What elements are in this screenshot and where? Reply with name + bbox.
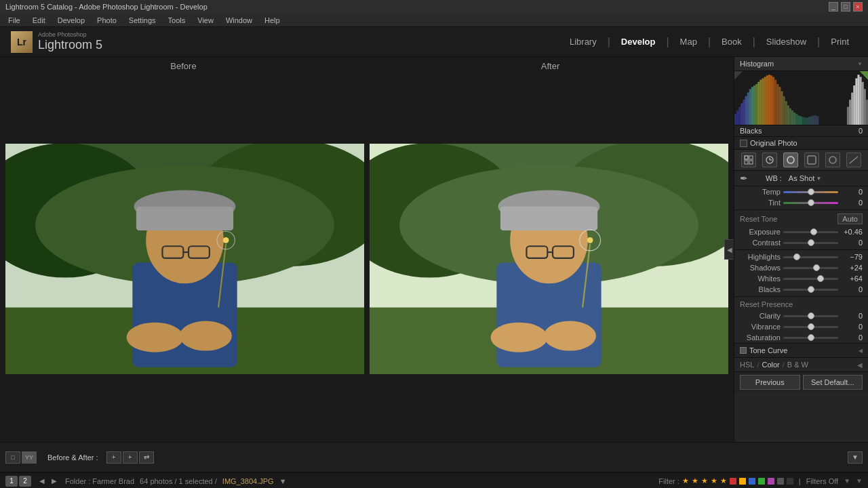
ba-add-button-1[interactable]: + — [106, 451, 121, 464]
titlebar: Lightroom 5 Catalog - Adobe Photoshop Li… — [0, 0, 868, 14]
tint-slider-thumb[interactable] — [808, 199, 814, 206]
svg-rect-64 — [785, 101, 787, 125]
nav-develop[interactable]: Develop — [613, 34, 664, 49]
filmstrip-prev-button[interactable]: ◀ — [37, 477, 47, 485]
menu-help[interactable]: Help — [259, 14, 285, 27]
star-2-icon[interactable]: ★ — [692, 476, 698, 485]
filter-options-icon[interactable]: ▼ — [844, 477, 850, 485]
contrast-slider-thumb[interactable] — [808, 239, 814, 246]
contrast-slider-track[interactable] — [783, 242, 838, 244]
filename[interactable]: IMG_3804.JPG — [222, 477, 274, 485]
blacks-slider-thumb[interactable] — [808, 286, 814, 293]
vibrance-slider-thumb[interactable] — [808, 323, 814, 330]
svg-rect-82 — [851, 93, 853, 125]
window-controls[interactable]: _ □ × — [829, 2, 863, 12]
tone-curve-collapse-btn[interactable] — [740, 347, 747, 354]
saturation-slider-track[interactable] — [783, 337, 838, 339]
single-view-button[interactable]: □ — [5, 451, 20, 464]
whites-slider-track[interactable] — [783, 278, 838, 280]
tone-tool-icon[interactable] — [783, 152, 798, 167]
menu-tools[interactable]: Tools — [163, 14, 191, 27]
tint-label: Tint — [740, 199, 781, 207]
wb-dropdown[interactable]: As Shot ▼ — [789, 174, 821, 182]
nav-slideshow[interactable]: Slideshow — [758, 34, 814, 49]
temp-slider-thumb[interactable] — [808, 188, 814, 195]
nav-print[interactable]: Print — [823, 34, 857, 49]
graduated-filter-icon[interactable] — [846, 152, 861, 167]
nav-map[interactable]: Map — [672, 34, 705, 49]
auto-button[interactable]: Auto — [837, 214, 863, 224]
menu-photo[interactable]: Photo — [92, 14, 122, 27]
purple-flag-icon[interactable] — [768, 478, 774, 485]
saturation-slider-thumb[interactable] — [808, 334, 814, 341]
set-default-button[interactable]: Set Default... — [803, 375, 863, 390]
gray-flag-icon[interactable] — [777, 478, 784, 485]
nav-book[interactable]: Book — [713, 34, 750, 49]
page-2[interactable]: 2 — [19, 476, 31, 487]
star-1-icon[interactable]: ★ — [682, 476, 689, 485]
ba-add-button-2[interactable]: + — [123, 451, 138, 464]
histogram-collapse-icon[interactable]: ▼ — [857, 61, 863, 67]
menu-develop[interactable]: Develop — [52, 14, 90, 27]
red-flag-icon[interactable] — [730, 478, 736, 485]
star-4-icon[interactable]: ★ — [711, 476, 717, 485]
highlights-slider-thumb[interactable] — [793, 253, 800, 260]
menu-view[interactable]: View — [192, 14, 219, 27]
star-5-icon[interactable]: ★ — [720, 476, 727, 485]
side-by-side-button[interactable]: YY — [22, 451, 37, 464]
blue-flag-icon[interactable] — [749, 478, 755, 485]
yellow-flag-icon[interactable] — [739, 478, 746, 485]
menu-edit[interactable]: Edit — [27, 14, 51, 27]
close-button[interactable]: × — [853, 2, 863, 12]
filmstrip-next-button[interactable]: ▶ — [49, 477, 60, 485]
spot-tool-icon[interactable] — [804, 152, 819, 167]
tint-slider-track[interactable] — [783, 202, 838, 204]
svg-rect-42 — [738, 107, 741, 125]
ba-swap-button[interactable]: ⇄ — [139, 451, 154, 464]
right-panel-collapse[interactable]: ◀ — [724, 239, 734, 260]
menu-settings[interactable]: Settings — [123, 14, 161, 27]
menu-file[interactable]: File — [3, 14, 26, 27]
bw-tab[interactable]: B & W — [787, 361, 808, 369]
nav-library[interactable]: Library — [561, 34, 605, 49]
shadows-slider-thumb[interactable] — [813, 264, 820, 271]
clarity-slider-thumb[interactable] — [808, 312, 814, 319]
filmstrip-options-icon[interactable]: ▼ — [856, 477, 863, 485]
clarity-slider-track[interactable] — [783, 315, 838, 317]
temp-slider-track[interactable] — [783, 191, 838, 193]
crop-tool-icon[interactable] — [762, 152, 777, 167]
app-subtitle: Adobe Photoshop — [38, 31, 102, 38]
exposure-slider-thumb[interactable] — [810, 228, 817, 235]
filename-arrow[interactable]: ▼ — [279, 477, 287, 485]
page-1[interactable]: 1 — [5, 476, 18, 487]
exposure-slider-track[interactable] — [783, 231, 838, 233]
color-mode-arrow[interactable]: ◀ — [857, 361, 863, 369]
dark-flag-icon[interactable] — [787, 478, 793, 485]
hsl-tab[interactable]: HSL — [740, 361, 754, 369]
previous-button[interactable]: Previous — [740, 375, 800, 390]
eyedropper-icon[interactable]: ✒ — [740, 173, 748, 184]
whites-slider-thumb[interactable] — [817, 275, 824, 282]
vibrance-value: 0 — [841, 323, 863, 331]
red-eye-tool-icon[interactable] — [825, 152, 840, 167]
clarity-value: 0 — [841, 312, 863, 320]
menu-window[interactable]: Window — [220, 14, 258, 27]
blacks-slider-track[interactable] — [783, 289, 838, 291]
vibrance-slider-track[interactable] — [783, 326, 838, 328]
svg-point-97 — [787, 157, 794, 163]
expand-button[interactable]: ▼ — [848, 451, 863, 464]
green-flag-icon[interactable] — [758, 478, 765, 485]
shadows-slider-track[interactable] — [783, 267, 838, 269]
before-photo — [5, 144, 364, 374]
original-photo-checkbox[interactable] — [740, 140, 747, 147]
highlights-slider-track[interactable] — [783, 256, 838, 258]
histogram-header: Histogram ▼ — [734, 57, 868, 71]
tone-curve-arrow-icon[interactable]: ◀ — [859, 348, 863, 354]
minimize-button[interactable]: _ — [829, 2, 838, 12]
basic-tool-icon[interactable] — [741, 152, 756, 167]
color-tab[interactable]: Color — [762, 361, 779, 369]
svg-rect-53 — [762, 79, 764, 125]
maximize-button[interactable]: □ — [841, 2, 850, 12]
blacks-slider-value: 0 — [841, 285, 863, 293]
star-3-icon[interactable]: ★ — [701, 476, 708, 485]
